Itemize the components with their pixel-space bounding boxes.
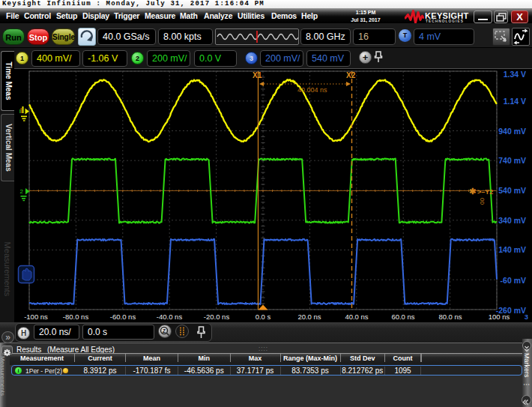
svg-text:Z: Z xyxy=(163,328,166,334)
